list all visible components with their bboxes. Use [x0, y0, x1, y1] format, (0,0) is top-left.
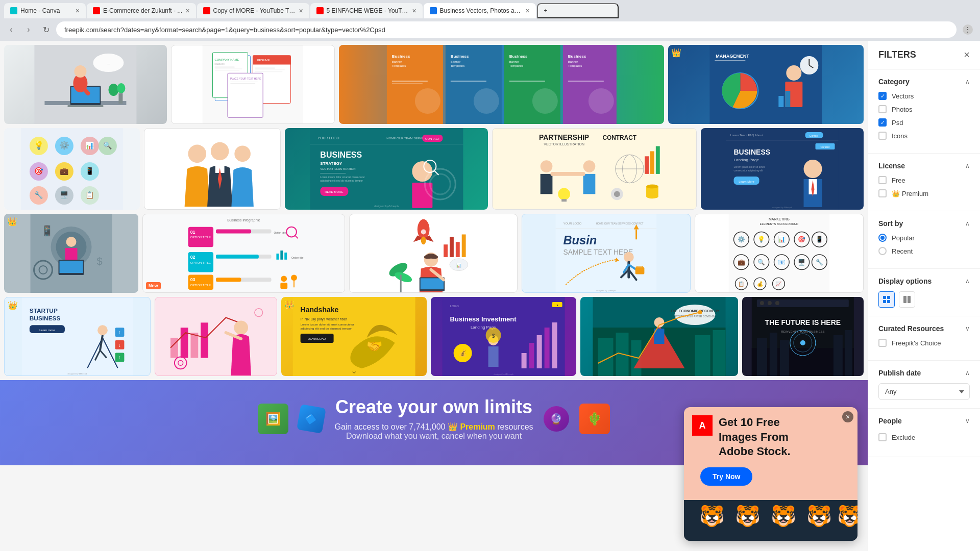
svg-text:Landing Page: Landing Page [734, 158, 760, 162]
back-button[interactable]: ‹ [4, 22, 18, 37]
address-input[interactable]: freepik.com/search?dates=any&format=sear… [56, 21, 957, 38]
tab-wege-close[interactable]: × [412, 7, 416, 15]
freepiks-choice-checkbox[interactable] [878, 339, 887, 347]
psd-checkbox[interactable] [878, 118, 887, 127]
grid-item-r3c5b[interactable]: 👑 STARTUP BUSINESS Learn more [4, 297, 151, 376]
filters-close-button[interactable]: × [964, 49, 970, 61]
grid-item-investment[interactable]: LOGO ★ Business Investment Landing Page … [431, 297, 576, 376]
forward-button[interactable]: › [21, 22, 36, 37]
grid-item-r1c3[interactable]: Business Banner Templates Business Banne… [339, 45, 665, 124]
premium-badge-r3c1: 👑 [7, 217, 17, 227]
filter-freepiks-choice[interactable]: Freepik's Choice [878, 339, 970, 347]
tab-canva-close[interactable]: × [76, 7, 80, 15]
svg-text:Handshake: Handshake [301, 306, 339, 314]
svg-point-89 [188, 145, 206, 163]
display-header[interactable]: Display options ∧ [878, 277, 970, 285]
filter-psd[interactable]: Psd [878, 118, 970, 127]
sort-popular[interactable]: Popular [878, 234, 970, 242]
svg-text:🐯: 🐯 [699, 504, 725, 528]
psd-label: Psd [892, 119, 903, 127]
new-tab-button[interactable]: + [537, 3, 619, 18]
grid-item-r2c4[interactable]: PARTNERSHIP CONTRACT VECTOR ILLUSTRATION [492, 128, 697, 210]
svg-rect-346 [903, 296, 906, 303]
tab-copy-close[interactable]: × [299, 7, 303, 15]
grid-item-woman-graphs[interactable] [155, 297, 277, 376]
publish-date-select[interactable]: Any Today This week This month This year [878, 383, 970, 400]
sort-recent[interactable]: Recent [878, 247, 970, 255]
tab-wege[interactable]: 5 EINFACHE WEGE - YouTube × [310, 3, 423, 18]
grid-item-r3c2[interactable]: Business Infographic 01 OPTION TITLE Opt… [142, 214, 345, 293]
svg-text:⚙️: ⚙️ [59, 140, 69, 150]
license-header[interactable]: License ∧ [878, 162, 970, 170]
category-arrow: ∧ [965, 78, 970, 85]
tab-freepik[interactable]: Business Vectors, Photos and... × [424, 3, 536, 18]
svg-rect-172 [216, 230, 251, 234]
tab-canva[interactable]: Home - Canva × [4, 3, 86, 18]
banner-title: Create your own limits [334, 396, 533, 418]
svg-rect-202 [455, 242, 459, 257]
grid-item-future[interactable]: THE FUTURE IS HERE REINVENTS YOUR BUSINE… [742, 297, 864, 376]
people-title: People [878, 417, 902, 425]
browser-tabs: Home - Canva × E-Commerce der Zukunft - … [0, 0, 980, 18]
filter-free[interactable]: Free [878, 176, 970, 184]
exclude-people-checkbox[interactable] [878, 433, 887, 441]
filter-icons[interactable]: Icons [878, 132, 970, 140]
popular-label: Popular [892, 234, 915, 242]
tab-ecommerce-close[interactable]: × [185, 7, 189, 15]
grid-item-r1c2[interactable]: COMPANY NAME HEADLINE RESUME PLACE YOUR … [171, 45, 335, 124]
grid-item-r3c1[interactable]: $ 📱 👑 [4, 214, 138, 293]
grid-item-r2c5[interactable]: Lorem Team FAQ About Contact Curated BUS… [701, 128, 864, 210]
extensions-icon[interactable]: ⋮ [963, 24, 973, 35]
grid-item-r1c5[interactable]: 👑 MANAGEMENT [668, 45, 864, 124]
svg-text:🖥️: 🖥️ [60, 191, 69, 199]
filter-photos[interactable]: Photos [878, 105, 970, 113]
grid-item-r3c5[interactable]: MARKETING ELEMENTS BACKGROUND ⚙️ 💡 📊 🎯 📱 [695, 214, 864, 293]
premium-badge-handshake: 👑 [284, 300, 295, 310]
svg-rect-48 [509, 81, 545, 82]
sort-header[interactable]: Sort by ∧ [878, 219, 970, 228]
curated-header[interactable]: Curated Resources ∨ [878, 324, 970, 333]
grid-item-r1c1[interactable]: ... [4, 45, 167, 124]
svg-text:Banner: Banner [451, 60, 460, 63]
svg-text:VECTOR ILLUSTRATION: VECTOR ILLUSTRATION [320, 167, 355, 170]
svg-point-119 [541, 160, 553, 172]
people-header[interactable]: People ∨ [878, 417, 970, 425]
tab-freepik-close[interactable]: × [525, 7, 529, 15]
ad-try-now-button[interactable]: Try Now [700, 467, 752, 486]
filter-exclude-people[interactable]: Exclude [878, 431, 970, 443]
svg-text:Templates: Templates [451, 64, 464, 67]
publish-date-header[interactable]: Publish date ∧ [878, 369, 970, 377]
grid-item-r3c4[interactable]: YOUR LOGO HOME OUR TEAM SERVICES CONTACT… [522, 214, 691, 293]
tab-copy[interactable]: Copy of MORE - YouTube Th... × [197, 3, 309, 18]
free-checkbox[interactable] [878, 176, 887, 184]
grid-item-handshake[interactable]: 👑 Handshake In Nik Lily polys weather fi… [281, 297, 427, 376]
popular-radio[interactable] [878, 234, 887, 242]
grid-item-r2c1[interactable]: 💡 ⚙️ 📊 🔍 🎯 💼 📱 🔧 🖥️ [4, 128, 140, 210]
filter-vectors[interactable]: Vectors [878, 92, 970, 100]
svg-point-150 [804, 160, 822, 178]
premium-checkbox[interactable] [878, 189, 887, 197]
svg-rect-280 [201, 322, 208, 358]
canva-favicon [10, 7, 17, 14]
svg-text:THE ECONOMIC RECOVERY: THE ECONOMIC RECOVERY [671, 309, 720, 313]
grid-item-r3c3[interactable]: 📊 [349, 214, 518, 293]
grid-large-icon[interactable] [899, 291, 915, 308]
category-header[interactable]: Category ∧ [878, 78, 970, 86]
ad-tigers-image: 🐯 🐯 🐯 🐯 🐯 [684, 500, 857, 541]
icons-checkbox[interactable] [878, 132, 887, 140]
grid-small-icon[interactable] [878, 291, 895, 308]
filter-premium[interactable]: 👑 Premium [878, 189, 970, 197]
svg-text:YOUR LOGO: YOUR LOGO [317, 136, 339, 140]
grid-item-r2c3[interactable]: YOUR LOGO HOME OUR TEAM SERVICES ABOUT C… [285, 128, 488, 210]
vectors-checkbox[interactable] [878, 92, 887, 100]
svg-text:Business Infographic: Business Infographic [227, 218, 260, 222]
grid-item-economic[interactable]: THE ECONOMIC RECOVERY IT'S POSSIBLE AFTE… [580, 297, 738, 376]
recent-radio[interactable] [878, 247, 887, 255]
svg-text:RESUME: RESUME [257, 59, 270, 62]
svg-text:Learn More: Learn More [739, 180, 754, 183]
svg-point-329 [768, 301, 772, 305]
grid-item-r2c2[interactable] [144, 128, 281, 210]
refresh-button[interactable]: ↻ [39, 22, 53, 37]
tab-ecommerce[interactable]: E-Commerce der Zukunft - ... × [87, 3, 196, 18]
photos-checkbox[interactable] [878, 105, 887, 113]
